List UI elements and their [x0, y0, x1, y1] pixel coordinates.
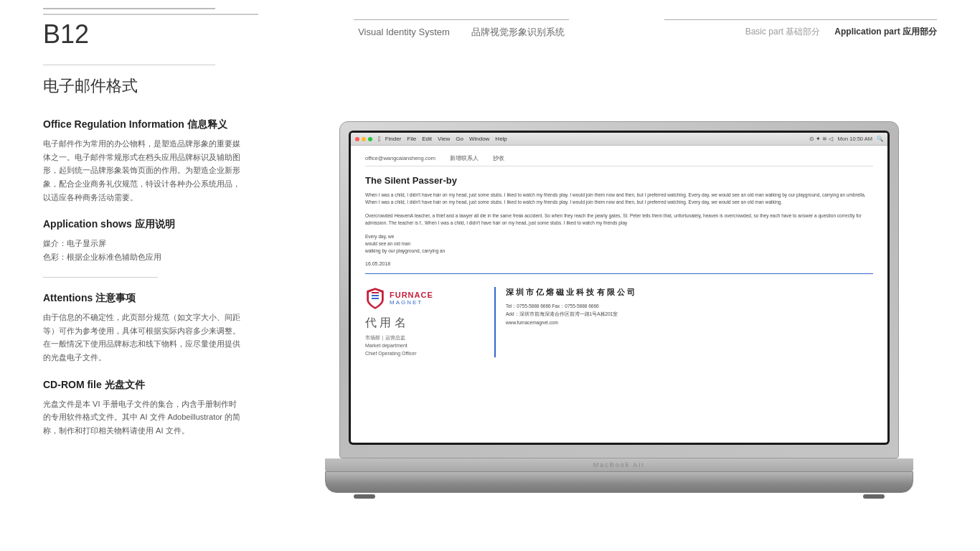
sig-tel: Tel：0755-5888 6666 Fax：0755-5888 6666: [506, 303, 599, 309]
svg-rect-0: [372, 295, 379, 296]
header-nav: Basic part 基础部分 Application part 应用部分: [745, 26, 937, 38]
section-regulation-heading: Office Regulation Information 信息释义: [43, 118, 244, 131]
logo-shield-icon: [365, 287, 385, 310]
nav-application: Application part 应用部分: [834, 26, 937, 38]
section-attentions: Attentions 注意事项 由于信息的不确定性，此页部分规范（如文字大小、间…: [43, 292, 244, 364]
divider: [43, 277, 158, 278]
email-signature: FURNACE MAGNET 代 用 名 市场部｜运营总监 Market dep…: [365, 281, 873, 364]
header-left: B12: [43, 8, 258, 50]
header-title-cn: 品牌视觉形象识别系统: [471, 26, 565, 39]
svg-rect-1: [372, 298, 379, 299]
header-title-en: Visual Identity System: [358, 27, 450, 37]
svg-rect-2: [372, 292, 379, 293]
section-cdrom-heading: CD-ROM file 光盘文件: [43, 379, 244, 392]
logo-text: FURNACE MAGNET: [390, 291, 433, 306]
header-center-rule: [354, 19, 569, 20]
email-header-bar: office@wangcaiansheng.com 新增联系人 抄收: [365, 151, 873, 166]
email-action: 抄收: [493, 155, 504, 162]
menu-window: Window: [469, 136, 489, 142]
laptop-bottom: [325, 471, 913, 493]
laptop-mockup:  Finder File Edit View Go Window Help ⊙…: [339, 121, 899, 501]
minimize-dot: [362, 137, 366, 141]
sig-contact: Tel：0755-5888 6666 Fax：0755-5888 6666 Ad…: [506, 302, 873, 327]
app-line1: 媒介：电子显示屏: [43, 239, 106, 248]
email-subject: The Silent Passer-by: [365, 175, 873, 186]
left-panel: 电子邮件格式 Office Regulation Information 信息释…: [43, 65, 244, 537]
header-title-row: Visual Identity System 品牌视觉形象识别系统: [358, 26, 565, 39]
laptop-foot-left: [354, 494, 375, 499]
section-attentions-heading: Attentions 注意事项: [43, 292, 244, 305]
menu-go: Go: [456, 136, 463, 142]
menu-finder: Finder: [385, 136, 402, 142]
menu-edit: Edit: [422, 136, 432, 142]
sig-web: www.furnacemagnet.com: [506, 320, 558, 325]
app-line2: 色彩：根据企业标准色辅助色应用: [43, 253, 161, 261]
screen-bezel:  Finder File Edit View Go Window Help ⊙…: [349, 131, 890, 445]
email-content: office@wangcaiansheng.com 新增联系人 抄收 The S…: [351, 146, 887, 369]
laptop-foot-right: [863, 494, 885, 499]
page-subtitle: 电子邮件格式: [43, 75, 244, 97]
sig-add: Add：深圳市前海深港合作区前湾一路1号A栋201室: [506, 311, 618, 316]
mac-menubar:  Finder File Edit View Go Window Help ⊙…: [351, 133, 887, 146]
email-body1: When I was a child, I didn't have hair o…: [365, 192, 873, 207]
laptop-base: MacBook Air: [325, 458, 913, 501]
sig-dept2: Market department: [365, 343, 407, 348]
nav-basic: Basic part 基础部分: [745, 26, 821, 38]
mac-menu-items: Finder File Edit View Go Window Help: [385, 136, 507, 142]
email-to-label: 新增联系人: [450, 155, 479, 162]
section-cdrom-text: 光盘文件是本 VI 手册电子文件的集合，内含手册制作时的专用软件格式文件。其中 …: [43, 397, 244, 438]
laptop-brand-label: MacBook Air: [593, 461, 646, 468]
email-date: 16.05.2018: [365, 261, 873, 266]
apple-icon: : [378, 135, 381, 143]
sig-department: 市场部｜运营总监 Market department Chief Operati…: [365, 334, 480, 358]
laptop-hinge: MacBook Air: [325, 458, 913, 471]
email-body3: Every day, we would see an old man walki…: [365, 233, 873, 255]
email-from: office@wangcaiansheng.com: [365, 155, 435, 162]
sig-dept1: 市场部｜运营总监: [365, 335, 405, 340]
mac-traffic-lights: [355, 137, 372, 141]
company-logo: FURNACE MAGNET: [365, 287, 480, 310]
subtitle-rule: [43, 65, 215, 65]
mac-time: ⊙ ✦ ≋ ◁ Mon 10:50 AM 🔍: [809, 136, 883, 142]
header-top-rule: [43, 8, 215, 9]
section-application-text: 媒介：电子显示屏 色彩：根据企业标准色辅助色应用: [43, 237, 244, 263]
section-cdrom: CD-ROM file 光盘文件 光盘文件是本 VI 手册电子文件的集合，内含手…: [43, 379, 244, 438]
laptop-screen-body:  Finder File Edit View Go Window Help ⊙…: [339, 121, 899, 458]
logo-furnace-text: FURNACE: [390, 291, 433, 299]
maximize-dot: [368, 137, 372, 141]
section-attentions-text: 由于信息的不确定性，此页部分规范（如文字大小、间距等）可作为参考使用，具体可根据…: [43, 311, 244, 364]
sig-name: 代 用 名: [365, 316, 480, 331]
section-regulation-text: 电子邮件作为常用的办公物料，是塑造品牌形象的重要媒体之一。电子邮件常规形式在档头…: [43, 137, 244, 204]
section-application-heading: Application shows 应用说明: [43, 218, 244, 231]
laptop-area:  Finder File Edit View Go Window Help ⊙…: [273, 72, 966, 551]
menu-file: File: [407, 136, 416, 142]
logo-magnet-text: MAGNET: [390, 299, 433, 306]
section-application: Application shows 应用说明 媒介：电子显示屏 色彩：根据企业标…: [43, 218, 244, 263]
signature-left: FURNACE MAGNET 代 用 名 市场部｜运营总监 Market dep…: [365, 287, 480, 358]
header-right-rule: [664, 19, 937, 20]
sig-dept3: Chief Operating Officer: [365, 351, 416, 356]
laptop-screen:  Finder File Edit View Go Window Help ⊙…: [351, 133, 887, 443]
header-center: Visual Identity System 品牌视觉形象识别系统: [258, 19, 664, 39]
header-right: Basic part 基础部分 Application part 应用部分: [664, 19, 937, 38]
section-regulation: Office Regulation Information 信息释义 电子邮件作…: [43, 118, 244, 204]
email-body2: Overcrowded HeavenA teacher, a thief and…: [365, 212, 873, 227]
email-signature-divider: [365, 273, 873, 274]
menu-view: View: [438, 136, 450, 142]
header: B12 Visual Identity System 品牌视觉形象识别系统 Ba…: [0, 0, 980, 57]
signature-right: 深 圳 市 亿 熔 磁 业 科 技 有 限 公 司 Tel：0755-5888 …: [494, 287, 873, 358]
page-code: B12: [43, 14, 258, 50]
close-dot: [355, 137, 359, 141]
company-name: 深 圳 市 亿 熔 磁 业 科 技 有 限 公 司: [506, 287, 873, 298]
menu-help: Help: [495, 136, 507, 142]
